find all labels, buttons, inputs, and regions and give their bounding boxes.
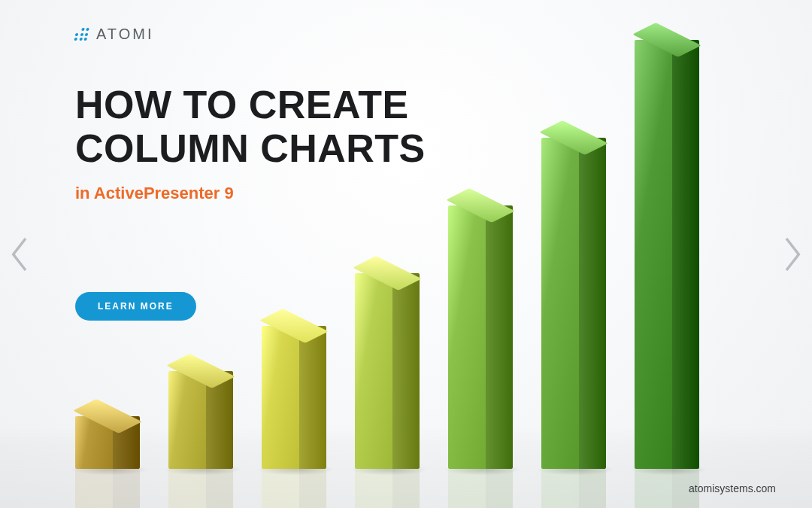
chevron-right-icon	[781, 236, 802, 272]
floor-gradient	[0, 418, 812, 508]
headline-block: HOW TO CREATE COLUMN CHARTS in ActivePre…	[75, 83, 496, 203]
slide-stage: ATOMI HOW TO CREATE COLUMN CHARTS in Act…	[0, 0, 812, 508]
chevron-left-icon	[10, 236, 31, 272]
subtitle-text: in ActivePresenter 9	[75, 184, 496, 203]
headline-line-1: HOW TO CREATE	[75, 83, 409, 126]
learn-more-button[interactable]: LEARN MORE	[75, 292, 196, 321]
headline-text: HOW TO CREATE COLUMN CHARTS	[75, 83, 496, 170]
brand-name: ATOMI	[96, 26, 153, 43]
brand-logo: ATOMI	[75, 26, 153, 43]
footer-url: atomisystems.com	[689, 482, 776, 494]
headline-line-2: COLUMN CHARTS	[75, 126, 426, 170]
chart-column	[635, 40, 699, 469]
prev-arrow-button[interactable]	[9, 235, 32, 274]
next-arrow-button[interactable]	[780, 235, 803, 274]
atomi-dots-icon	[74, 28, 90, 41]
